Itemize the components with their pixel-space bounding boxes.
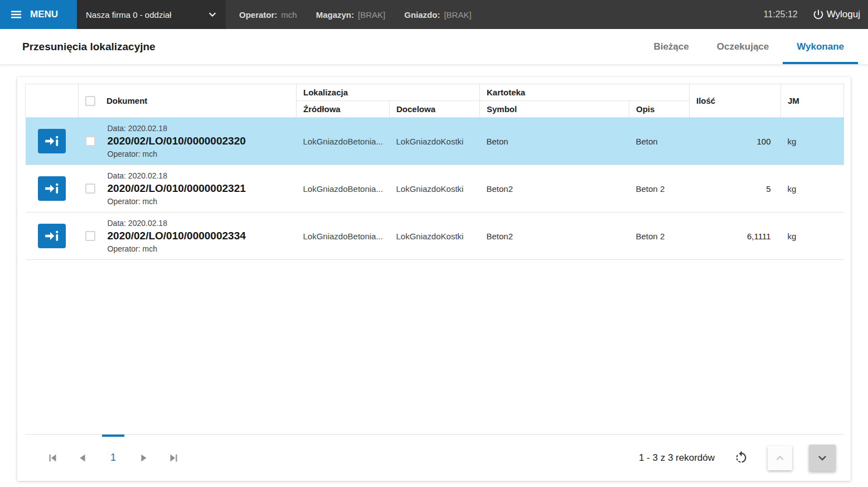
row-date: Data: 2020.02.18 (108, 170, 246, 181)
row-docelowa: LokGniazdoKostki (390, 118, 480, 165)
operator-value: mch (281, 10, 297, 20)
document-info-button[interactable] (38, 224, 66, 248)
row-date: Data: 2020.02.18 (108, 123, 246, 134)
document-info-button[interactable] (38, 129, 66, 153)
tab-biezace[interactable]: Bieżące (639, 29, 702, 64)
chevron-down-icon (814, 450, 830, 466)
lokalizacja-group-header: Lokalizacja (297, 84, 480, 101)
row-symbol: Beton2 (480, 213, 629, 260)
row-operator: Operator: mch (108, 243, 246, 254)
chevron-down-icon (206, 8, 219, 21)
row-zrodlowa: LokGniazdoBetonia... (297, 118, 390, 165)
select-all-checkbox[interactable] (85, 96, 95, 106)
row-icon-cell (26, 118, 79, 165)
session-info: Operator: mch Magazyn: [BRAK] Gniazdo: [… (226, 0, 472, 29)
transfer-info-icon (44, 229, 60, 243)
next-page-button[interactable] (133, 447, 154, 469)
hamburger-menu-icon (9, 8, 23, 21)
document-info-button[interactable] (38, 176, 66, 201)
kartoteka-group-header: Kartoteka (480, 84, 690, 101)
content-card: Dokument Lokalizacja Kartoteka Ilość JM … (17, 77, 851, 481)
menu-button[interactable]: MENU (0, 0, 77, 29)
row-symbol: Beton (480, 118, 629, 165)
pager-right: 1 - 3 z 3 rekordów (639, 445, 836, 471)
row-ilosc: 100 (690, 118, 781, 165)
first-page-icon (46, 452, 59, 464)
row-zrodlowa: LokGniazdoBetonia... (297, 213, 390, 260)
row-jm: kg (781, 118, 844, 165)
magazyn-label: Magazyn: (316, 10, 354, 20)
row-operator: Operator: mch (108, 148, 246, 160)
row-jm: kg (781, 165, 844, 213)
jm-column-header: JM (781, 84, 844, 118)
top-bar: MENU Nasza firma 0 - oddział Operator: m… (0, 0, 868, 29)
last-page-icon (168, 452, 180, 464)
transfer-info-icon (44, 181, 60, 196)
refresh-button[interactable] (731, 448, 751, 467)
page-number-current[interactable]: 1 (102, 435, 124, 481)
row-opis: Beton 2 (629, 213, 690, 260)
tab-oczekujace[interactable]: Oczekujące (703, 29, 783, 64)
table-row[interactable]: Data: 2020.02.18 2020/02/LO/010/00000023… (26, 165, 844, 213)
table-row[interactable]: Data: 2020.02.18 2020/02/LO/010/00000023… (26, 213, 844, 260)
page-title: Przesunięcia lokalizacyjne (22, 41, 156, 53)
next-page-icon (138, 452, 150, 464)
row-date: Data: 2020.02.18 (108, 218, 246, 229)
chevron-up-icon (773, 451, 787, 465)
zrodlowa-column-header: Źródłowa (297, 101, 390, 118)
row-operator: Operator: mch (108, 196, 246, 207)
dokument-cell: Data: 2020.02.18 2020/02/LO/010/00000023… (79, 213, 297, 260)
pager-nav: 1 (42, 435, 185, 481)
view-tabs: Bieżące Oczekujące Wykonane (639, 29, 868, 64)
icon-column-header (26, 84, 79, 118)
symbol-column-header: Symbol (480, 101, 629, 118)
row-document-number: 2020/02/LO/010/0000002320 (108, 134, 246, 148)
dokument-header-label: Dokument (106, 96, 147, 105)
last-page-button[interactable] (163, 447, 185, 469)
logout-label: Wyloguj (827, 9, 860, 20)
gniazdo-label: Gniazdo: (404, 10, 440, 20)
row-document-number: 2020/02/LO/010/0000002334 (108, 229, 246, 243)
refresh-icon (734, 450, 749, 465)
row-zrodlowa: LokGniazdoBetonia... (297, 165, 390, 213)
table-row[interactable]: Data: 2020.02.18 2020/02/LO/010/00000023… (26, 118, 844, 165)
tab-wykonane[interactable]: Wykonane (783, 29, 858, 64)
row-ilosc: 6,1111 (690, 213, 781, 260)
row-docelowa: LokGniazdoKostki (390, 165, 480, 213)
page-header: Przesunięcia lokalizacyjne Bieżące Oczek… (0, 29, 868, 65)
row-symbol: Beton2 (480, 165, 629, 213)
row-checkbox[interactable] (85, 136, 95, 146)
scroll-down-button[interactable] (809, 445, 836, 471)
opis-column-header: Opis (629, 101, 690, 118)
previous-page-icon (76, 452, 89, 464)
gniazdo-info: Gniazdo: [BRAK] (404, 10, 471, 20)
ilosc-column-header: Ilość (690, 84, 781, 118)
scroll-up-button[interactable] (768, 446, 792, 470)
row-checkbox[interactable] (85, 231, 95, 241)
docelowa-column-header: Docelowa (390, 101, 480, 118)
row-document-number: 2020/02/LO/010/0000002321 (108, 181, 246, 196)
dokument-column-header: Dokument (79, 84, 297, 118)
logout-button[interactable]: Wyloguj (812, 8, 860, 21)
row-docelowa: LokGniazdoKostki (390, 213, 480, 260)
row-opis: Beton 2 (629, 165, 690, 213)
magazyn-info: Magazyn: [BRAK] (316, 10, 386, 20)
records-count: 1 - 3 z 3 rekordów (639, 452, 715, 464)
table-header: Dokument Lokalizacja Kartoteka Ilość JM … (26, 84, 844, 118)
clock: 11:25:12 (764, 9, 798, 20)
row-checkbox[interactable] (85, 184, 95, 194)
company-select-value: Nasza firma 0 - oddział (86, 10, 171, 20)
pagination-bar: 1 1 - 3 z 3 rekordów (25, 434, 843, 481)
row-icon-cell (26, 165, 79, 213)
operator-label: Operator: (239, 10, 277, 20)
company-select[interactable]: Nasza firma 0 - oddział (77, 0, 226, 29)
row-ilosc: 5 (690, 165, 781, 213)
documents-table: Dokument Lokalizacja Kartoteka Ilość JM … (25, 84, 844, 260)
dokument-cell: Data: 2020.02.18 2020/02/LO/010/00000023… (79, 118, 297, 165)
previous-page-button[interactable] (72, 447, 93, 469)
app-root: MENU Nasza firma 0 - oddział Operator: m… (0, 0, 868, 481)
first-page-button[interactable] (42, 447, 63, 469)
menu-label: MENU (30, 9, 58, 20)
operator-info: Operator: mch (239, 10, 297, 20)
empty-area (25, 260, 843, 434)
